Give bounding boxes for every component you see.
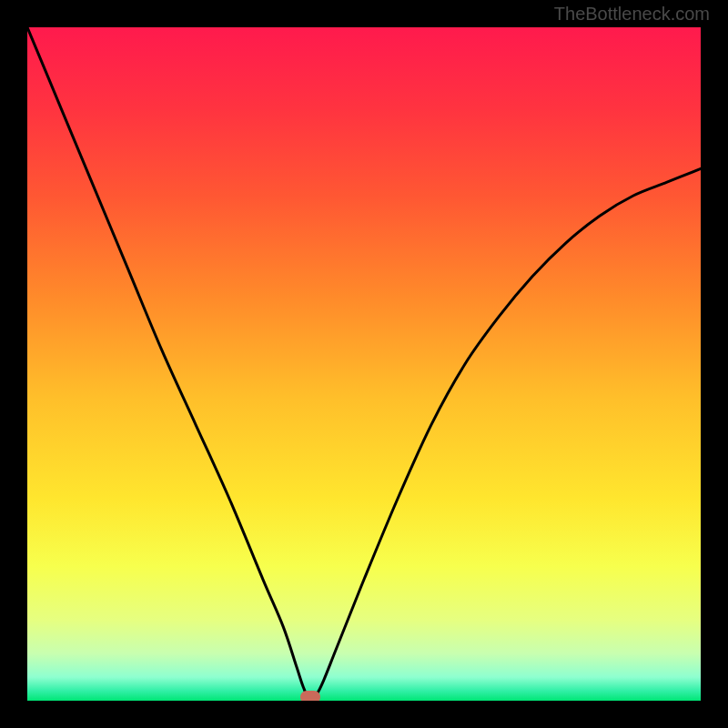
chart-curve — [27, 27, 701, 701]
chart-plot-area — [27, 27, 701, 701]
watermark-text: TheBottleneck.com — [554, 4, 710, 25]
chart-min-marker — [300, 691, 320, 701]
